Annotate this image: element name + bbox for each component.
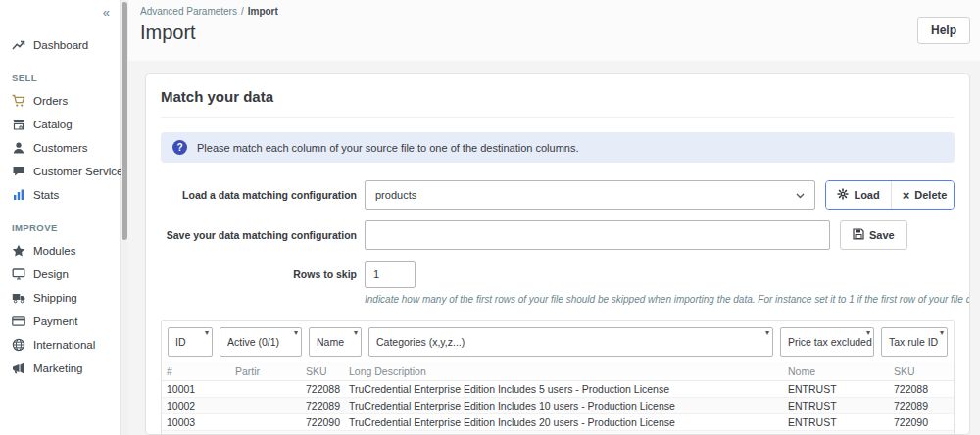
table-row: 10004722091TruCredential Enterprise Edit… <box>162 431 954 435</box>
delete-button-label: Delete <box>914 189 947 201</box>
customer-service-icon <box>12 165 25 178</box>
table-row: 10002722089TruCredential Enterprise Edit… <box>162 398 954 414</box>
breadcrumb-separator: / <box>241 6 244 17</box>
matcher-select-row: ID▾Active (0/1)▾Name▾Categories (x,y,z..… <box>162 321 954 362</box>
page-title: Import <box>140 22 968 44</box>
column-type-select[interactable]: Categories (x,y,z...)▾ <box>368 327 773 357</box>
sidebar-item-dashboard[interactable]: Dashboard <box>0 33 120 57</box>
preview-table-body: 10001722088TruCredential Enterprise Edit… <box>162 381 954 435</box>
sidebar-collapse-button[interactable]: « <box>103 5 110 20</box>
scrollbar[interactable] <box>121 0 128 435</box>
load-config-row: Load a data matching configuration produ… <box>161 180 955 210</box>
sidebar-item-label: Marketing <box>33 362 83 374</box>
table-cell: 722091 <box>889 431 954 435</box>
column-matcher: ID▾Active (0/1)▾Name▾Categories (x,y,z..… <box>161 320 955 435</box>
sidebar-item-customer-service[interactable]: Customer Service <box>0 160 120 183</box>
chevron-down-icon: ▾ <box>354 328 358 337</box>
catalog-icon <box>12 118 25 131</box>
table-cell: ENTRUST <box>783 398 889 414</box>
table-cell: TruCredential Enterprise Edition Include… <box>344 381 783 398</box>
preview-column-header: # <box>162 362 230 381</box>
sidebar-item-orders[interactable]: Orders <box>0 89 120 113</box>
column-type-select[interactable]: Name▾ <box>309 327 362 357</box>
breadcrumb: Advanced Parameters/Import <box>140 6 968 17</box>
sidebar-item-label: Orders <box>33 95 68 107</box>
config-select[interactable]: products <box>365 180 815 210</box>
column-type-value: Categories (x,y,z...) <box>376 336 465 348</box>
table-cell <box>230 398 301 414</box>
column-type-value: Price tax excluded <box>788 336 872 348</box>
chevron-down-icon: ▾ <box>294 328 298 337</box>
table-cell: TruCredential Enterprise Edition Include… <box>344 431 783 435</box>
save-button-label: Save <box>869 229 895 241</box>
help-button[interactable]: Help <box>917 17 970 44</box>
customers-icon <box>12 141 25 155</box>
info-alert-text: Please match each column of your source … <box>197 142 579 154</box>
table-cell: 10002 <box>162 398 230 414</box>
table-cell: 722088 <box>889 381 954 398</box>
sidebar-item-label: Customer Service <box>33 166 122 177</box>
preview-column-header: SKU <box>889 362 954 381</box>
column-type-select[interactable]: ID▾ <box>168 327 213 357</box>
sidebar-item-customers[interactable]: Customers <box>0 136 120 160</box>
sidebar-item-payment[interactable]: Payment <box>0 310 120 333</box>
load-button-label: Load <box>854 189 879 201</box>
save-config-input[interactable] <box>365 220 830 250</box>
rows-to-skip-hint: Indicate how many of the first rows of y… <box>365 294 955 305</box>
table-cell: 10004 <box>162 431 230 435</box>
sidebar-item-stats[interactable]: Stats <box>0 183 120 207</box>
load-button[interactable]: Load <box>826 181 890 209</box>
sidebar-item-marketing[interactable]: Marketing <box>0 357 120 380</box>
sidebar-item-label: Dashboard <box>33 39 88 51</box>
preview-column-header: Long Description <box>344 362 783 381</box>
sidebar-item-label: Design <box>33 268 69 280</box>
chevron-down-icon <box>796 189 805 201</box>
dashboard-icon <box>12 38 25 52</box>
design-icon <box>12 267 25 281</box>
floppy-disk-icon <box>853 228 864 242</box>
sidebar-item-international[interactable]: International <box>0 333 120 357</box>
sidebar-item-modules[interactable]: Modules <box>0 239 120 263</box>
sidebar-section-title: IMPROVE <box>0 207 120 239</box>
sidebar-item-label: International <box>33 339 95 351</box>
preview-column-header: SKU <box>301 362 344 381</box>
sidebar-item-label: Customers <box>33 142 88 154</box>
sidebar-nav: DashboardSELLOrdersCatalogCustomersCusto… <box>0 0 120 380</box>
rows-to-skip-label: Rows to skip <box>161 268 357 280</box>
table-cell: TruCredential Enterprise Edition Include… <box>344 414 783 431</box>
column-type-value: Name <box>317 336 344 348</box>
table-cell: 722089 <box>889 398 954 414</box>
breadcrumb-section[interactable]: Advanced Parameters <box>140 6 237 17</box>
rows-to-skip-row: Rows to skip <box>161 261 955 288</box>
table-cell: ENTRUST <box>783 381 889 398</box>
table-cell: ENTRUST <box>783 431 889 435</box>
column-type-value: Tax rule ID <box>889 336 938 348</box>
table-cell: 722089 <box>301 398 344 414</box>
column-type-select[interactable]: Price tax excluded▾ <box>780 327 874 357</box>
sidebar-item-catalog[interactable]: Catalog <box>0 113 120 136</box>
preview-column-header: Nome <box>783 362 889 381</box>
sidebar-item-label: Shipping <box>33 292 77 304</box>
rows-to-skip-input[interactable] <box>365 261 416 288</box>
chevron-down-icon: ▾ <box>940 328 944 337</box>
scrollbar-thumb[interactable] <box>122 2 127 240</box>
stats-icon <box>12 188 25 202</box>
table-row: 10003722090TruCredential Enterprise Edit… <box>162 414 954 431</box>
sidebar-item-design[interactable]: Design <box>0 263 120 286</box>
sidebar-item-shipping[interactable]: Shipping <box>0 286 120 310</box>
delete-button[interactable]: × Delete <box>891 181 955 209</box>
preview-table-head-row: #PartirSKULong DescriptionNomeSKU <box>162 362 954 381</box>
column-type-select[interactable]: Active (0/1)▾ <box>220 327 302 357</box>
table-cell: ENTRUST <box>783 414 889 431</box>
column-type-select[interactable]: Tax rule ID▾ <box>881 327 948 357</box>
orders-icon <box>12 94 25 108</box>
sidebar-item-label: Stats <box>33 189 59 201</box>
chevron-down-icon: ▾ <box>866 328 870 337</box>
column-type-value: ID <box>175 336 186 348</box>
save-config-row: Save your data matching configuration Sa… <box>161 220 955 250</box>
save-button[interactable]: Save <box>840 220 907 250</box>
load-delete-button-group: Load × Delete <box>825 180 955 210</box>
sidebar-item-label: Modules <box>33 245 75 257</box>
app-root: « DashboardSELLOrdersCatalogCustomersCus… <box>0 0 980 435</box>
config-select-value: products <box>375 189 416 201</box>
